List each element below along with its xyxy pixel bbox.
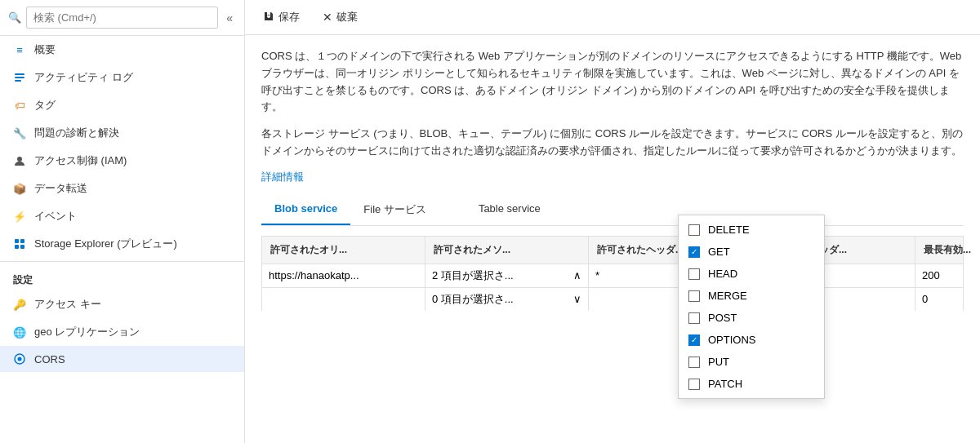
storage-explorer-icon: [13, 237, 26, 250]
table-header: 許可されたオリ... 許可されたメソ... 許可されたヘッダ... 公開されるヘ…: [261, 236, 964, 264]
tab-blob[interactable]: Blob service: [261, 196, 350, 225]
sidebar-item-geo-replication[interactable]: 🌐 geo レプリケーション: [0, 318, 244, 346]
dropdown-label-HEAD: HEAD: [708, 268, 737, 280]
sidebar-item-label: タグ: [34, 98, 56, 113]
dropdown-item-DELETE[interactable]: DELETE: [679, 219, 824, 241]
max-age-input-1[interactable]: [922, 269, 980, 281]
checkbox-GET[interactable]: ✓: [688, 246, 700, 258]
svg-rect-1: [15, 77, 24, 78]
dropdown-chevron-up-icon: ∧: [573, 269, 581, 281]
methods-value-2: 0 項目が選択さ...: [432, 292, 570, 307]
cors-icon: [13, 352, 26, 365]
cell-origin-2[interactable]: [262, 288, 425, 311]
search-input[interactable]: [26, 7, 218, 29]
data-transfer-icon: 📦: [13, 182, 26, 195]
dropdown-item-POST[interactable]: POST: [679, 307, 824, 329]
collapse-button[interactable]: «: [223, 10, 236, 26]
svg-point-3: [17, 157, 22, 162]
checkbox-DELETE[interactable]: [688, 224, 700, 236]
diagnose-icon: 🔧: [13, 126, 26, 140]
sidebar-item-label: イベント: [34, 209, 77, 224]
dropdown-label-PUT: PUT: [708, 356, 729, 368]
cell-origin-1[interactable]: [262, 264, 425, 287]
dropdown-item-PATCH[interactable]: PATCH: [679, 373, 824, 395]
svg-rect-0: [15, 73, 24, 75]
discard-button[interactable]: ✕ 破棄: [318, 7, 363, 28]
sidebar-item-label: 概要: [34, 42, 56, 57]
content-area: CORS は、１つのドメインの下で実行される Web アプリケーションが別のドメ…: [245, 35, 980, 443]
sidebar-item-overview[interactable]: ≡ 概要: [0, 36, 244, 64]
methods-dropdown: DELETE✓GETHEADMERGEPOST✓OPTIONSPUTPATCH: [678, 215, 825, 399]
checkbox-PUT[interactable]: [688, 357, 700, 368]
table-row: 0 項目が選択さ... ∨: [261, 287, 964, 311]
sidebar-item-cors[interactable]: CORS: [0, 346, 244, 372]
save-label: 保存: [278, 10, 300, 24]
key-icon: 🔑: [13, 298, 26, 311]
dropdown-label-GET: GET: [708, 246, 730, 258]
col-max-age: 最長有効...: [915, 237, 980, 264]
sidebar-item-diagnose[interactable]: 🔧 問題の診断と解決: [0, 119, 244, 147]
sidebar-item-events[interactable]: ⚡ イベント: [0, 202, 244, 230]
sub-description-text: 各ストレージ サービス (つまり、BLOB、キュー、テーブル) に個別に COR…: [261, 126, 964, 160]
sidebar-item-data-transfer[interactable]: 📦 データ転送: [0, 175, 244, 202]
checkbox-MERGE[interactable]: [688, 290, 700, 302]
overview-icon: ≡: [13, 43, 26, 56]
dropdown-item-MERGE[interactable]: MERGE: [679, 285, 824, 307]
dropdown-item-PUT[interactable]: PUT: [679, 351, 824, 373]
checkbox-OPTIONS[interactable]: ✓: [688, 334, 700, 346]
search-icon: 🔍: [8, 11, 21, 24]
cell-methods-2[interactable]: 0 項目が選択さ... ∨: [425, 288, 589, 311]
sidebar-item-storage-explorer[interactable]: Storage Explorer (プレビュー): [0, 230, 244, 258]
discard-icon: ✕: [323, 11, 332, 24]
geo-icon: 🌐: [13, 326, 26, 339]
origin-input-2[interactable]: [269, 293, 418, 305]
col-allowed-methods: 許可されたメソ...: [425, 237, 589, 264]
cell-max-age-2[interactable]: [915, 288, 980, 311]
cell-methods-1[interactable]: 2 項目が選択さ... ∧: [425, 264, 589, 287]
save-button[interactable]: 保存: [258, 7, 305, 28]
learn-more-link[interactable]: 詳細情報: [261, 171, 304, 183]
col-allowed-origins: 許可されたオリ...: [262, 237, 425, 264]
svg-point-9: [18, 357, 22, 361]
dropdown-item-OPTIONS[interactable]: ✓OPTIONS: [679, 329, 824, 351]
service-tabs: Blob service File サービス Table service: [261, 196, 964, 226]
access-control-icon: [13, 154, 26, 167]
checkbox-POST[interactable]: [688, 312, 700, 324]
search-bar: 🔍 «: [0, 0, 244, 36]
tab-table[interactable]: Table service: [466, 196, 554, 225]
sidebar-item-label: geo レプリケーション: [34, 325, 140, 339]
tab-queue[interactable]: [439, 196, 466, 225]
cell-max-age-1[interactable]: [915, 264, 980, 287]
dropdown-label-PATCH: PATCH: [708, 378, 742, 390]
main-content: 保存 ✕ 破棄 CORS は、１つのドメインの下で実行される Web アプリケー…: [245, 0, 980, 443]
sidebar-item-label: データ転送: [34, 181, 87, 196]
svg-rect-2: [15, 80, 21, 82]
max-age-input-2[interactable]: [922, 293, 980, 305]
settings-section-header: 設定: [0, 265, 244, 290]
origin-input-1[interactable]: [269, 269, 418, 281]
sidebar-item-label: 問題の診断と解決: [34, 126, 119, 140]
toolbar: 保存 ✕ 破棄: [245, 0, 980, 35]
sidebar-item-access-control[interactable]: アクセス制御 (IAM): [0, 147, 244, 175]
svg-rect-4: [15, 239, 19, 243]
sidebar-item-access-keys[interactable]: 🔑 アクセス キー: [0, 290, 244, 318]
dropdown-item-HEAD[interactable]: HEAD: [679, 263, 824, 285]
dropdown-label-MERGE: MERGE: [708, 290, 747, 302]
sidebar-item-label: Storage Explorer (プレビュー): [34, 237, 177, 251]
sidebar-item-activity-log[interactable]: アクティビティ ログ: [0, 64, 244, 91]
svg-rect-7: [20, 245, 24, 249]
checkbox-PATCH[interactable]: [688, 379, 700, 390]
sidebar-item-label: アクセス キー: [34, 297, 101, 312]
activity-log-icon: [13, 71, 26, 84]
description-text: CORS は、１つのドメインの下で実行される Web アプリケーションが別のドメ…: [261, 48, 964, 116]
dropdown-item-GET[interactable]: ✓GET: [679, 241, 824, 263]
sidebar: 🔍 « ≡ 概要 アクティビティ ログ 🏷 タグ 🔧 問題の診断と解決 アクセス…: [0, 0, 245, 443]
events-icon: ⚡: [13, 210, 26, 223]
sidebar-item-tags[interactable]: 🏷 タグ: [0, 91, 244, 119]
sidebar-item-label: アクセス制御 (IAM): [34, 153, 127, 168]
table-row: 2 項目が選択さ... ∧: [261, 264, 964, 287]
checkbox-HEAD[interactable]: [688, 268, 700, 280]
tab-file[interactable]: File サービス: [350, 196, 439, 225]
save-icon: [263, 11, 274, 24]
dropdown-label-POST: POST: [708, 312, 737, 324]
